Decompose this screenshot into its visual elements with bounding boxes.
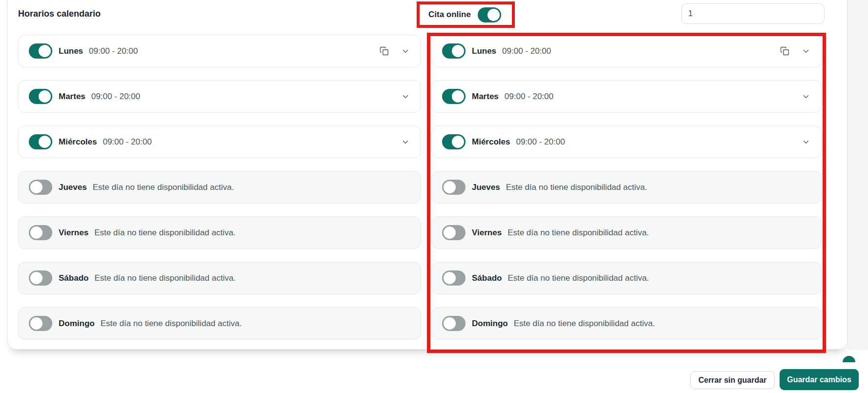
day-label: Miércoles <box>59 137 97 147</box>
day-toggle-online-martes[interactable] <box>442 89 466 104</box>
toggle-knob <box>30 272 42 284</box>
day-detail: Este día no tiene disponibilidad activa. <box>508 273 649 283</box>
day-toggle-calendar-jueves[interactable] <box>29 180 52 195</box>
day-label: Viernes <box>59 228 88 238</box>
toggle-knob <box>39 136 51 148</box>
toggle-knob <box>39 45 51 57</box>
day-detail: 09:00 - 20:00 <box>91 92 140 102</box>
day-row-online-jueves[interactable]: JuevesEste día no tiene disponibilidad a… <box>431 171 822 204</box>
day-row-icons <box>379 46 410 56</box>
day-label: Lunes <box>472 46 496 56</box>
day-row-online-sabado[interactable]: SábadoEste día no tiene disponibilidad a… <box>431 262 822 294</box>
day-detail: 09:00 - 20:00 <box>89 46 138 56</box>
day-label: Martes <box>59 92 85 102</box>
day-row-calendar-viernes[interactable]: ViernesEste día no tiene disponibilidad … <box>18 216 421 249</box>
day-row-icons <box>802 138 810 146</box>
copy-icon[interactable] <box>379 46 389 56</box>
copy-icon[interactable] <box>780 46 790 56</box>
day-detail: Este día no tiene disponibilidad activa. <box>508 228 649 238</box>
chevron-down-icon[interactable] <box>802 138 810 146</box>
day-detail: Este día no tiene disponibilidad activa. <box>93 183 234 192</box>
day-row-online-lunes[interactable]: Lunes09:00 - 20:00 <box>431 35 822 67</box>
day-detail: Este día no tiene disponibilidad activa. <box>94 228 235 238</box>
online-days-column: Lunes09:00 - 20:00Martes09:00 - 20:00Mié… <box>431 35 822 352</box>
day-row-online-viernes[interactable]: ViernesEste día no tiene disponibilidad … <box>431 216 822 249</box>
day-toggle-calendar-viernes[interactable] <box>29 225 52 240</box>
toggle-knob <box>30 181 42 193</box>
save-button[interactable]: Guardar cambios <box>780 369 859 390</box>
day-label: Sábado <box>59 273 88 283</box>
toggle-knob <box>444 181 456 193</box>
page-background-strip <box>847 0 868 350</box>
day-label: Jueves <box>472 183 500 192</box>
day-row-icons <box>401 92 410 101</box>
toggle-knob <box>487 9 500 21</box>
day-detail: 09:00 - 20:00 <box>516 137 565 147</box>
floating-button-peek <box>843 356 855 362</box>
toggle-knob <box>30 317 42 330</box>
day-label: Viernes <box>472 228 502 238</box>
day-row-online-martes[interactable]: Martes09:00 - 20:00 <box>431 80 822 113</box>
day-toggle-calendar-sabado[interactable] <box>29 270 52 286</box>
day-label: Miércoles <box>472 137 510 147</box>
page-title: Horarios calendario <box>18 9 101 19</box>
day-toggle-online-domingo[interactable] <box>442 316 466 331</box>
day-detail: 09:00 - 20:00 <box>505 92 553 102</box>
day-row-icons <box>401 138 410 146</box>
day-label: Sábado <box>472 273 502 283</box>
day-row-icons <box>780 46 810 56</box>
day-detail: 09:00 - 20:00 <box>502 46 551 56</box>
day-row-calendar-jueves[interactable]: JuevesEste día no tiene disponibilidad a… <box>18 171 421 204</box>
day-toggle-online-miercoles[interactable] <box>442 134 466 149</box>
chevron-down-icon[interactable] <box>401 47 410 56</box>
toggle-knob <box>452 45 464 57</box>
day-toggle-online-jueves[interactable] <box>442 180 466 195</box>
toggle-knob <box>452 136 464 148</box>
day-row-calendar-miercoles[interactable]: Miércoles09:00 - 20:00 <box>18 125 421 158</box>
day-row-online-miercoles[interactable]: Miércoles09:00 - 20:00 <box>431 125 822 158</box>
toggle-knob <box>39 90 51 103</box>
cita-online-label: Cita online <box>428 10 471 20</box>
day-detail: Este día no tiene disponibilidad activa. <box>506 183 647 192</box>
toggle-knob <box>444 272 456 284</box>
day-detail: Este día no tiene disponibilidad activa. <box>94 273 235 283</box>
chevron-down-icon[interactable] <box>802 47 810 56</box>
day-label: Martes <box>472 92 499 102</box>
day-detail: Este día no tiene disponibilidad activa. <box>101 319 242 329</box>
day-toggle-calendar-miercoles[interactable] <box>29 134 52 149</box>
day-row-online-domingo[interactable]: DomingoEste día no tiene disponibilidad … <box>431 307 822 340</box>
day-row-calendar-martes[interactable]: Martes09:00 - 20:00 <box>18 80 421 113</box>
cancel-button[interactable]: Cerrar sin guardar <box>690 371 775 389</box>
chevron-down-icon[interactable] <box>401 92 410 101</box>
day-row-calendar-domingo[interactable]: DomingoEste día no tiene disponibilidad … <box>18 307 421 340</box>
day-detail: Este día no tiene disponibilidad activa. <box>514 319 655 329</box>
day-label: Lunes <box>59 46 83 56</box>
day-row-calendar-sabado[interactable]: SábadoEste día no tiene disponibilidad a… <box>18 262 421 294</box>
interval-input[interactable] <box>681 3 825 24</box>
day-toggle-online-viernes[interactable] <box>442 225 466 240</box>
day-toggle-calendar-martes[interactable] <box>29 89 52 104</box>
day-label: Domingo <box>472 319 508 329</box>
day-row-calendar-lunes[interactable]: Lunes09:00 - 20:00 <box>18 35 421 67</box>
toggle-knob <box>444 317 456 330</box>
day-label: Jueves <box>59 183 87 192</box>
day-row-icons <box>802 92 810 101</box>
day-toggle-calendar-domingo[interactable] <box>29 316 52 331</box>
day-detail: 09:00 - 20:00 <box>103 137 151 147</box>
toggle-knob <box>452 90 464 103</box>
day-toggle-online-sabado[interactable] <box>442 270 466 286</box>
cita-online-toggle[interactable] <box>478 7 501 22</box>
chevron-down-icon[interactable] <box>802 92 810 101</box>
chevron-down-icon[interactable] <box>401 138 410 146</box>
day-label: Domingo <box>59 319 95 329</box>
day-toggle-online-lunes[interactable] <box>442 43 466 59</box>
day-toggle-calendar-lunes[interactable] <box>29 43 52 59</box>
toggle-knob <box>444 227 456 239</box>
toggle-knob <box>30 227 42 239</box>
calendar-days-column: Lunes09:00 - 20:00Martes09:00 - 20:00Mié… <box>18 35 421 352</box>
cita-online-annotation-box: Cita online <box>417 1 515 28</box>
